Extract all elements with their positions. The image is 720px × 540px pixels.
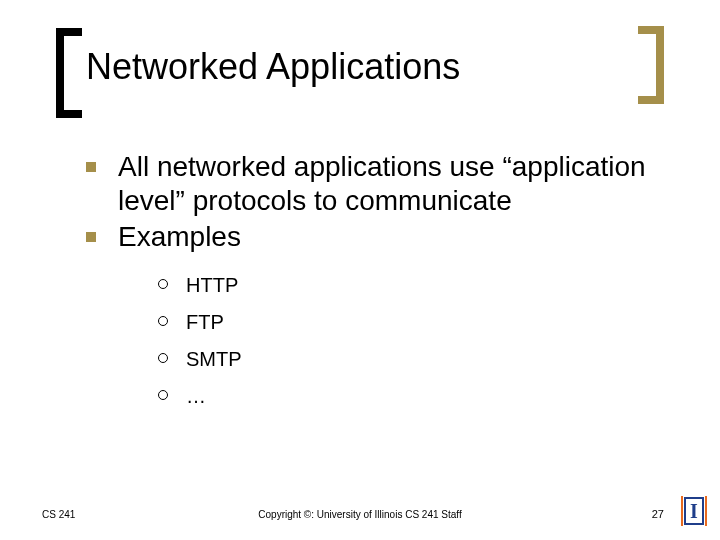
title-area: Networked Applications [56,38,664,118]
footer-copyright: Copyright ©: University of Illinois CS 2… [0,509,720,520]
list-item-text: FTP [186,309,224,336]
illinois-logo-icon: I [680,492,708,530]
list-item: Examples [86,220,646,254]
list-item: … [158,383,646,410]
list-item-text: SMTP [186,346,242,373]
bracket-left-icon [56,28,82,118]
logo-frame: I [684,497,704,525]
list-item: FTP [158,309,646,336]
list-item-text: … [186,383,206,410]
sub-list: HTTP FTP SMTP … [158,272,646,410]
square-bullet-icon [86,162,96,172]
list-item: HTTP [158,272,646,299]
list-item-text: HTTP [186,272,238,299]
list-item-text: All networked applications use “applicat… [118,150,646,218]
circle-bullet-icon [158,353,168,363]
slide: Networked Applications All networked app… [0,0,720,540]
list-item: All networked applications use “applicat… [86,150,646,218]
logo-letter: I [690,501,698,521]
list-item-text: Examples [118,220,241,254]
square-bullet-icon [86,232,96,242]
bracket-right-icon [638,26,664,104]
slide-title: Networked Applications [86,46,460,88]
circle-bullet-icon [158,390,168,400]
slide-body: All networked applications use “applicat… [86,150,646,420]
list-item: SMTP [158,346,646,373]
circle-bullet-icon [158,279,168,289]
footer-page-number: 27 [652,508,664,520]
circle-bullet-icon [158,316,168,326]
